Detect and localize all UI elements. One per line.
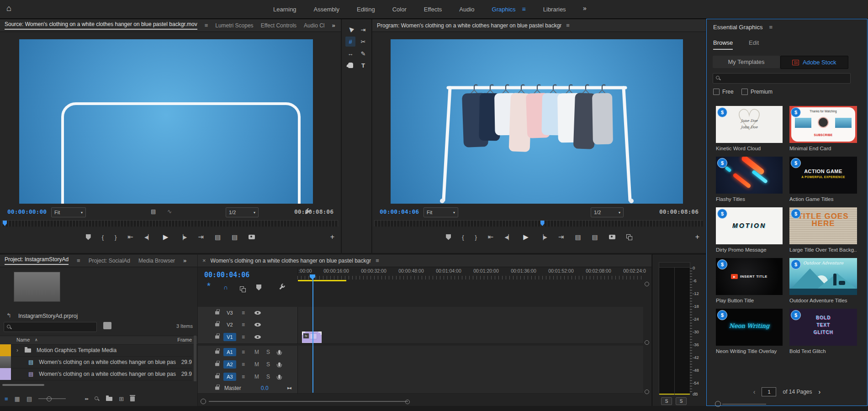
prev-page-icon[interactable]: ‹ (753, 388, 756, 395)
folder-up-icon[interactable]: ↰ (6, 312, 11, 319)
source-patch-icon[interactable]: ≡ (242, 310, 245, 316)
template-card[interactable]: $ MOTION Dirty Promo Message (716, 207, 783, 253)
scrollbar-end-knob[interactable] (405, 400, 410, 404)
label-color-chip[interactable] (0, 344, 11, 356)
source-resolution-select[interactable]: 1/2▾ (226, 207, 259, 217)
drag-audio-icon[interactable]: ∿ (167, 208, 172, 215)
program-current-timecode[interactable]: 00:00:04:06 (380, 208, 419, 215)
source-patch-icon[interactable]: ≡ (242, 349, 245, 355)
workspace-effects[interactable]: Effects (424, 6, 442, 13)
toggle-output-eye-icon[interactable] (254, 311, 261, 315)
project-row-folder[interactable]: › Motion Graphics Template Media (0, 344, 192, 357)
project-row-sequence[interactable]: ▤ Women's clothing on a white clothes ha… (0, 356, 192, 369)
track-select-forward-icon[interactable]: ⇥ (358, 25, 368, 35)
tab-program[interactable]: Program: Women's clothing on a white clo… (377, 22, 561, 29)
timeline-panel-menu-icon[interactable]: ≡ (376, 257, 379, 264)
toggle-output-eye-icon[interactable] (254, 335, 261, 339)
source-tab-overflow-icon[interactable]: » (332, 22, 334, 29)
source-patch-icon[interactable]: ≡ (242, 374, 245, 380)
work-area-bar[interactable] (298, 280, 346, 281)
tab-effect-controls[interactable]: Effect Controls (261, 22, 296, 29)
slider-track[interactable] (722, 404, 766, 405)
step-back-icon[interactable]: ◀▏ (504, 234, 512, 240)
template-card[interactable]: $ ACTION GAME A POWERFUL EXPERIENCE Acti… (789, 157, 857, 202)
tab-lumetri-scopes[interactable]: Lumetri Scopes (215, 22, 253, 29)
project-tab-overflow-icon[interactable]: » (183, 257, 186, 264)
extract-icon[interactable]: ▤ (592, 233, 598, 241)
source-button-editor-icon[interactable]: + (330, 233, 334, 241)
track-label-v3[interactable]: V3 (223, 309, 236, 317)
voiceover-mic-icon[interactable] (278, 362, 281, 366)
comparison-view-icon[interactable] (626, 234, 632, 240)
master-gain-value[interactable]: 0.0 (261, 385, 269, 391)
program-zoom-select[interactable]: Fit▾ (423, 207, 458, 217)
source-panel-menu-icon[interactable]: ≡ (205, 22, 208, 29)
solo-button[interactable]: S (266, 374, 270, 380)
program-video-viewport[interactable] (391, 39, 683, 204)
item-name[interactable]: Women's clothing on a white clothes hang… (39, 359, 177, 365)
mark-out-icon[interactable]: } (475, 234, 476, 241)
insert-icon[interactable]: ▤ (215, 233, 221, 241)
home-icon[interactable]: ⌂ (6, 4, 11, 13)
tab-edit[interactable]: Edit (749, 39, 759, 46)
workspace-editing[interactable]: Editing (357, 6, 375, 13)
fx-badge[interactable]: fx (303, 333, 309, 338)
template-card[interactable]: $ TITLE GOES HERE Large Title Over Text … (789, 207, 857, 253)
list-view-icon[interactable]: ≡ (5, 395, 8, 402)
source-video-viewport[interactable] (19, 39, 313, 204)
free-checkbox[interactable]: Free (713, 89, 734, 95)
item-name[interactable]: Women's clothing on a white clothes hang… (39, 371, 177, 377)
item-name[interactable]: Motion Graphics Template Media (37, 347, 116, 353)
eg-panel-menu-icon[interactable]: ≡ (769, 24, 773, 31)
drag-video-icon[interactable]: ▤ (151, 208, 156, 215)
template-card[interactable]: $ Thanks for Watching SUBSCRIBE Minimal … (789, 106, 857, 151)
slip-tool-icon[interactable]: ↔ (345, 48, 355, 58)
track-v3-lane[interactable] (298, 307, 643, 319)
track-resize-knob[interactable] (645, 390, 649, 394)
source-current-timecode[interactable]: 00:00:00:00 (7, 208, 47, 215)
track-a3-lane[interactable] (298, 370, 643, 383)
step-forward-icon[interactable]: ▕▶ (179, 234, 187, 240)
mute-button[interactable]: M (254, 361, 259, 368)
track-label-v1[interactable]: V1 (223, 333, 236, 341)
project-vertical-scrollbar[interactable] (194, 336, 196, 381)
workspace-menu-icon[interactable]: ≡ (522, 5, 526, 13)
goto-in-icon[interactable]: ⇤ (127, 233, 133, 241)
goto-in-icon[interactable]: ⇤ (488, 233, 494, 241)
project-search-input[interactable] (4, 322, 97, 332)
add-marker-icon[interactable] (256, 285, 261, 290)
lock-icon[interactable] (215, 323, 219, 327)
timeline-clip[interactable]: fx (302, 332, 322, 343)
track-label-a1[interactable]: A1 (223, 348, 236, 356)
lock-icon[interactable] (215, 350, 219, 353)
tab-browse[interactable]: Browse (713, 39, 733, 50)
find-icon[interactable] (95, 396, 100, 401)
workspace-overflow-icon[interactable]: » (583, 5, 586, 12)
icon-view-icon[interactable]: ▦ (15, 395, 20, 402)
template-card[interactable]: $ Outdoor Adventure Outdoor Adventure Ti… (789, 258, 857, 303)
track-master-lane[interactable] (298, 383, 643, 394)
tab-project-instagramstoryad[interactable]: Project: InstagramStoryAd (5, 256, 69, 265)
source-playhead[interactable] (3, 221, 7, 226)
nest-toggle-icon[interactable]: * (207, 283, 211, 289)
toggle-output-eye-icon[interactable] (254, 323, 261, 327)
timeline-scroll-knob[interactable] (201, 399, 206, 404)
track-resize-knob[interactable] (645, 282, 649, 286)
solo-left-button[interactable]: S (661, 397, 672, 405)
template-card[interactable]: $ Neon Writing Neon Writing Title Overla… (716, 309, 783, 354)
snap-magnet-icon[interactable]: ∩ (223, 284, 228, 291)
mute-button[interactable]: M (254, 374, 259, 380)
project-row-clip[interactable]: ▤ Women's clothing on a white clothes ha… (0, 368, 192, 380)
template-card[interactable]: $ Flashy Titles (716, 157, 783, 202)
timeline-timecode[interactable]: 00:00:04:06 (204, 271, 249, 279)
mark-out-icon[interactable]: } (115, 234, 116, 241)
delete-icon[interactable] (130, 396, 135, 401)
hand-tool-icon[interactable] (345, 60, 355, 70)
lock-icon[interactable] (215, 336, 219, 339)
solo-button[interactable]: S (266, 349, 270, 355)
zoom-slider-knob[interactable] (47, 396, 52, 401)
track-label-a2[interactable]: A2 (223, 360, 236, 369)
type-tool-icon[interactable]: T (358, 60, 368, 70)
play-icon[interactable]: ▶ (523, 233, 529, 241)
source-zoom-select[interactable]: Fit▾ (51, 207, 86, 217)
